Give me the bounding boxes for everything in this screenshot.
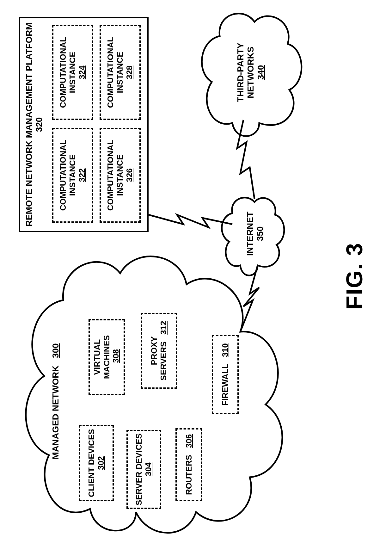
internet-label: INTERNET 350 (245, 208, 265, 259)
third-party-label: THIRD-PARTY NETWORKS 340 (236, 36, 266, 109)
block-firewall-label: FIREWALL (220, 364, 230, 405)
block-instance-324-num: 324 (77, 65, 87, 79)
block-virtual-machines-num: 308 (111, 349, 120, 363)
block-proxy-servers-label-line1: PROXY (150, 336, 159, 365)
block-server-devices-label: SERVER DEVICES (134, 433, 144, 505)
block-routers: ROUTERS 306 (175, 428, 202, 501)
block-instance-326-label: COMPUTATIONAL INSTANCE (106, 131, 125, 219)
block-instance-324-label: COMPUTATIONAL INSTANCE (58, 28, 77, 117)
block-firewall: FIREWALL 310 (212, 335, 239, 414)
block-instance-328-label: COMPUTATIONAL INSTANCE (106, 28, 125, 117)
block-proxy-servers-num: 312 (159, 321, 168, 335)
remote-platform-num: 320 (34, 18, 44, 231)
block-server-devices: SERVER DEVICES 304 (126, 430, 161, 509)
block-virtual-machines-label: VIRTUAL MACHINES (93, 322, 112, 392)
third-party-title: THIRD-PARTY NETWORKS (236, 36, 256, 109)
block-instance-326: COMPUTATIONAL INSTANCE 326 (100, 128, 141, 223)
block-virtual-machines: VIRTUAL MACHINES . 308 (89, 319, 125, 395)
cloud-internet (222, 198, 284, 275)
block-client-devices-label: CLIENT DEVICES (87, 429, 96, 497)
block-instance-324: COMPUTATIONAL INSTANCE 324 (52, 25, 93, 120)
internet-num: 350 (255, 208, 265, 259)
cloud-third-party (202, 14, 301, 136)
block-routers-num: 306 (184, 434, 193, 448)
remote-platform-title: REMOTE NETWORK MANAGEMENT PLATFORM 320 (24, 18, 44, 231)
block-instance-322: COMPUTATIONAL INSTANCE 322 (52, 128, 93, 223)
block-server-devices-num: 304 (144, 462, 153, 476)
internet-title: INTERNET (245, 208, 255, 259)
block-routers-label: ROUTERS (184, 455, 193, 495)
managed-network-title: MANAGED NETWORK 300 (51, 335, 61, 468)
managed-network-num: 300 (51, 343, 60, 358)
block-firewall-num: 310 (220, 343, 230, 357)
managed-network-title-text: MANAGED NETWORK (51, 365, 60, 459)
link-managed-to-internet (240, 265, 259, 332)
block-instance-328: COMPUTATIONAL INSTANCE 328 (100, 25, 141, 120)
block-client-devices-num: 302 (96, 456, 106, 470)
block-proxy-servers-label-line2: SERVERS (159, 342, 168, 381)
figure-caption: FIG. 3 (341, 243, 367, 310)
third-party-num: 340 (256, 36, 266, 109)
remote-platform-title-text: REMOTE NETWORK MANAGEMENT PLATFORM (24, 18, 34, 231)
block-proxy-servers: PROXY SERVERS 312 (141, 313, 177, 389)
block-instance-326-num: 326 (125, 168, 134, 182)
block-client-devices: CLIENT DEVICES 302 (79, 425, 114, 501)
link-internet-to-thirdparty (237, 120, 254, 199)
block-instance-322-label: COMPUTATIONAL INSTANCE (58, 131, 77, 219)
block-instance-328-num: 328 (125, 65, 134, 79)
block-instance-322-num: 322 (77, 168, 87, 182)
link-internet-to-remote (149, 215, 232, 227)
